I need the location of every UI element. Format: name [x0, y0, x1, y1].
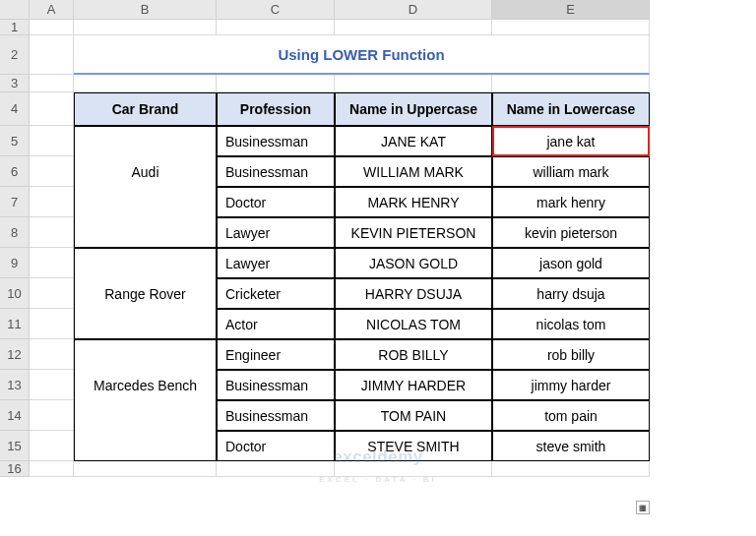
table-header-profession[interactable]: Profession — [217, 92, 335, 126]
lowercase-cell[interactable]: tom pain — [492, 400, 650, 431]
empty-cell[interactable] — [30, 248, 74, 278]
fill-handle-icon[interactable]: ▦ — [636, 501, 650, 514]
table-header-brand[interactable]: Car Brand — [74, 92, 217, 126]
uppercase-cell[interactable]: TOM PAIN — [335, 400, 492, 431]
row-header-6[interactable]: 6 — [0, 156, 30, 187]
row-header-8[interactable]: 8 — [0, 217, 30, 248]
row-header-7[interactable]: 7 — [0, 187, 30, 217]
profession-cell[interactable]: Actor — [217, 309, 335, 339]
column-header-D[interactable]: D — [335, 0, 492, 20]
empty-cell[interactable] — [30, 370, 74, 400]
row-header-2[interactable]: 2 — [0, 35, 30, 75]
table-header-lower[interactable]: Name in Lowercase — [492, 92, 650, 126]
empty-cell[interactable] — [30, 126, 74, 156]
empty-cell[interactable] — [30, 339, 74, 370]
row-header-4[interactable]: 4 — [0, 92, 30, 126]
brand-cell[interactable] — [74, 309, 217, 339]
profession-cell[interactable]: Businessman — [217, 400, 335, 431]
row-header-10[interactable]: 10 — [0, 278, 30, 309]
empty-cell[interactable] — [30, 461, 74, 477]
uppercase-cell[interactable]: NICOLAS TOM — [335, 309, 492, 339]
empty-cell[interactable] — [30, 156, 74, 187]
lowercase-cell[interactable]: nicolas tom — [492, 309, 650, 339]
empty-cell[interactable] — [492, 461, 650, 477]
brand-cell[interactable] — [74, 217, 217, 248]
brand-cell[interactable]: Audi — [74, 156, 217, 187]
profession-cell[interactable]: Doctor — [217, 187, 335, 217]
lowercase-cell[interactable]: steve smith — [492, 431, 650, 461]
brand-cell[interactable] — [74, 339, 217, 370]
profession-cell[interactable]: Lawyer — [217, 217, 335, 248]
lowercase-cell[interactable]: rob billy — [492, 339, 650, 370]
empty-cell[interactable] — [30, 92, 74, 126]
profession-cell[interactable]: Lawyer — [217, 248, 335, 278]
lowercase-cell[interactable]: jimmy harder — [492, 370, 650, 400]
uppercase-cell[interactable]: STEVE SMITH — [335, 431, 492, 461]
brand-cell[interactable] — [74, 431, 217, 461]
lowercase-cell[interactable]: harry dsuja — [492, 278, 650, 309]
brand-cell[interactable]: Marcedes Bench — [74, 370, 217, 400]
empty-cell[interactable] — [30, 431, 74, 461]
empty-cell[interactable] — [492, 20, 650, 35]
lowercase-cell[interactable]: jason gold — [492, 248, 650, 278]
lowercase-cell[interactable]: kevin pieterson — [492, 217, 650, 248]
empty-cell[interactable] — [217, 20, 335, 35]
empty-cell[interactable] — [30, 309, 74, 339]
row-header-15[interactable]: 15 — [0, 431, 30, 461]
uppercase-cell[interactable]: JIMMY HARDER — [335, 370, 492, 400]
lowercase-cell[interactable]: william mark — [492, 156, 650, 187]
empty-cell[interactable] — [335, 461, 492, 477]
uppercase-cell[interactable]: HARRY DSUJA — [335, 278, 492, 309]
empty-cell[interactable] — [217, 75, 335, 92]
empty-cell[interactable] — [30, 278, 74, 309]
profession-cell[interactable]: Businessman — [217, 156, 335, 187]
uppercase-cell[interactable]: ROB BILLY — [335, 339, 492, 370]
empty-cell[interactable] — [492, 75, 650, 92]
brand-cell[interactable] — [74, 400, 217, 431]
empty-cell[interactable] — [74, 20, 217, 35]
column-header-B[interactable]: B — [74, 0, 217, 20]
column-header-E[interactable]: E — [492, 0, 650, 20]
profession-cell[interactable]: Businessman — [217, 126, 335, 156]
page-title[interactable]: Using LOWER Function — [74, 35, 650, 75]
empty-cell[interactable] — [30, 20, 74, 35]
empty-cell[interactable] — [30, 35, 74, 75]
uppercase-cell[interactable]: JANE KAT — [335, 126, 492, 156]
row-header-11[interactable]: 11 — [0, 309, 30, 339]
uppercase-cell[interactable]: KEVIN PIETERSON — [335, 217, 492, 248]
empty-cell[interactable] — [30, 217, 74, 248]
empty-cell[interactable] — [30, 400, 74, 431]
lowercase-cell[interactable]: jane kat — [492, 126, 650, 156]
uppercase-cell[interactable]: JASON GOLD — [335, 248, 492, 278]
profession-cell[interactable]: Cricketer — [217, 278, 335, 309]
empty-cell[interactable] — [335, 20, 492, 35]
row-header-3[interactable]: 3 — [0, 75, 30, 92]
profession-cell[interactable]: Businessman — [217, 370, 335, 400]
column-header-A[interactable]: A — [30, 0, 74, 20]
brand-cell[interactable] — [74, 187, 217, 217]
uppercase-cell[interactable]: MARK HENRY — [335, 187, 492, 217]
table-header-upper[interactable]: Name in Uppercase — [335, 92, 492, 126]
profession-cell[interactable]: Engineer — [217, 339, 335, 370]
brand-cell[interactable] — [74, 248, 217, 278]
row-header-1[interactable]: 1 — [0, 20, 30, 35]
row-header-9[interactable]: 9 — [0, 248, 30, 278]
lowercase-cell[interactable]: mark henry — [492, 187, 650, 217]
brand-cell[interactable]: Range Rover — [74, 278, 217, 309]
brand-cell[interactable] — [74, 126, 217, 156]
empty-cell[interactable] — [30, 187, 74, 217]
empty-cell[interactable] — [335, 75, 492, 92]
empty-cell[interactable] — [217, 461, 335, 477]
row-header-16[interactable]: 16 — [0, 461, 30, 477]
empty-cell[interactable] — [30, 75, 74, 92]
column-header-C[interactable]: C — [217, 0, 335, 20]
profession-cell[interactable]: Doctor — [217, 431, 335, 461]
row-header-13[interactable]: 13 — [0, 370, 30, 400]
corner-cell[interactable] — [0, 0, 30, 20]
row-header-5[interactable]: 5 — [0, 126, 30, 156]
empty-cell[interactable] — [74, 75, 217, 92]
row-header-12[interactable]: 12 — [0, 339, 30, 370]
empty-cell[interactable] — [74, 461, 217, 477]
row-header-14[interactable]: 14 — [0, 400, 30, 431]
uppercase-cell[interactable]: WILLIAM MARK — [335, 156, 492, 187]
